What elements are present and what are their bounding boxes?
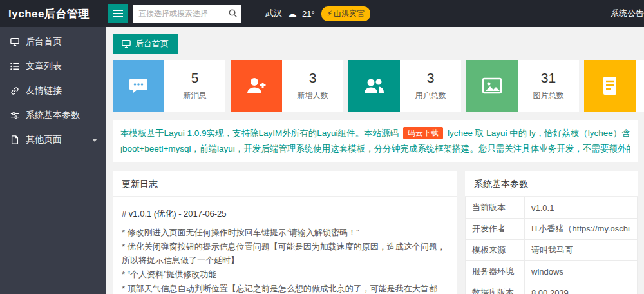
changelog-entry: * “个人资料”提供修改功能: [122, 268, 448, 281]
image-icon: [466, 60, 518, 112]
chat-bubble-icon: [113, 60, 164, 112]
search-icon[interactable]: [228, 8, 238, 21]
changelog-entry: * 修改刚进入页面无任何操作时按回车键提示“请输入解锁密码！”: [122, 226, 448, 239]
tab-label: 后台首页: [135, 38, 169, 50]
weather-city: 武汉: [265, 8, 282, 19]
param-value: 8.00.2039: [525, 282, 638, 294]
changelog-title: 更新日志: [113, 171, 457, 197]
weather-alert-badge[interactable]: ⚡ 山洪灾害: [321, 6, 370, 21]
param-key: 当前版本: [466, 197, 525, 219]
panels-row: 更新日志 # v1.0.1 (优化) - 2017-06-25 * 修改刚进入页…: [113, 171, 638, 294]
param-key: 数据库版本: [466, 282, 525, 294]
param-value: v1.0.1: [525, 197, 638, 219]
weather-widget: 武汉 ☁ 21°: [265, 8, 315, 19]
param-key: 模板来源: [466, 240, 525, 261]
search-input[interactable]: [133, 5, 241, 23]
stat-value: 5: [191, 70, 199, 86]
notice-line-1: 本模板基于Layui 1.0.9实现，支持除LayIM外所有的Layui组件。本…: [120, 126, 630, 141]
header: lychee后台管理 武汉 ☁ 21° ⚡ 山洪灾害 系统公告: [0, 0, 644, 27]
tab-home[interactable]: 后台首页: [113, 34, 178, 54]
sidebar-item-other-pages[interactable]: 其他页面: [0, 128, 106, 152]
stat-label: 新消息: [184, 90, 207, 101]
param-value: 请叫我马哥: [525, 240, 638, 261]
changelog-entry: * 顶部天气信息自动判断位置【忘记之前是怎么想的做成北京的了，可能是我在大首都吧…: [122, 282, 448, 294]
stat-label: 图片总数: [533, 90, 564, 101]
sidebar-item-articles[interactable]: 文章列表: [0, 54, 106, 79]
cloud-icon: ☁: [287, 9, 297, 19]
stat-card-messages: 5 新消息: [113, 60, 225, 112]
stat-card-total-users: 3 用户总数: [348, 60, 461, 112]
changelog-entry: # v1.0.1 (优化) - 2017-06-25: [122, 207, 448, 220]
stat-label: 新增人数: [298, 90, 328, 101]
app-title: lychee后台管理: [0, 6, 106, 21]
sidebar-item-system-params[interactable]: 系统基本参数: [0, 103, 106, 128]
sidebar: 后台首页 文章列表 友情链接 系统基本参数 其他页面: [0, 27, 106, 294]
changelog-panel: 更新日志 # v1.0.1 (优化) - 2017-06-25 * 修改刚进入页…: [113, 171, 457, 294]
speaker-icon: [607, 10, 607, 18]
monitor-icon: [10, 37, 19, 46]
stat-cards-row: 5 新消息 3 新增人数 3 用户总数: [113, 60, 644, 112]
main-content: 后台首页 5 新消息 3 新增人数: [106, 27, 644, 294]
sliders-icon: [10, 111, 19, 120]
table-row: 开发作者 IT小香猪（https://my.oschi: [466, 219, 638, 240]
table-row: 模板来源 请叫我马哥: [466, 240, 638, 261]
menu-toggle-button[interactable]: [108, 4, 128, 23]
document-icon: [584, 60, 636, 112]
stat-card-todos: 待办事项: [584, 60, 644, 112]
stat-label: 用户总数: [415, 90, 446, 101]
table-row: 当前版本 v1.0.1: [466, 197, 638, 219]
gitee-download-badge[interactable]: 码云下载: [403, 127, 443, 139]
notice-line-2: jboot+beetl+mysql，前端layui，开发后端管理系统使用这套模板…: [120, 141, 630, 157]
sidebar-item-label: 其他页面: [26, 134, 62, 146]
file-icon: [10, 135, 19, 144]
search-box: [133, 5, 241, 23]
param-key: 服务器环境: [466, 261, 525, 282]
param-value: windows: [525, 261, 638, 282]
sidebar-item-label: 后台首页: [26, 36, 62, 48]
tab-bar: 后台首页: [106, 27, 644, 54]
monitor-icon: [122, 39, 131, 48]
notice-bar: 本模板基于Layui 1.0.9实现，支持除LayIM外所有的Layui组件。本…: [113, 120, 638, 162]
announcement-button[interactable]: 系统公告: [607, 8, 644, 19]
system-params-table: 当前版本 v1.0.1 开发作者 IT小香猪（https://my.oschi …: [465, 197, 638, 294]
changelog-body: # v1.0.1 (优化) - 2017-06-25 * 修改刚进入页面无任何操…: [113, 197, 457, 294]
table-row: 数据库版本 8.00.2039: [466, 282, 638, 294]
weather-alert-label: 山洪灾害: [334, 8, 365, 19]
sidebar-item-label: 友情链接: [26, 85, 62, 97]
sidebar-item-links[interactable]: 友情链接: [0, 79, 106, 103]
changelog-entry: * 优化关闭弹窗按钮的提示信息位置问题【可能是因为加载速度的原因，造成这个问题，…: [122, 240, 448, 267]
bolt-icon: ⚡: [327, 9, 332, 18]
table-row: 服务器环境 windows: [466, 261, 638, 282]
stat-value: 31: [541, 70, 556, 86]
stat-value: 3: [309, 70, 317, 86]
users-icon: [348, 60, 400, 112]
sidebar-item-label: 文章列表: [26, 61, 62, 72]
system-params-title: 系统基本参数: [465, 171, 638, 197]
link-icon: [10, 86, 19, 95]
stat-card-new-users: 3 新增人数: [231, 60, 343, 112]
sidebar-item-home[interactable]: 后台首页: [0, 30, 106, 54]
list-icon: [10, 62, 19, 71]
sidebar-item-label: 系统基本参数: [26, 110, 80, 121]
system-params-panel: 系统基本参数 当前版本 v1.0.1 开发作者 IT小香猪（https://my…: [465, 171, 638, 294]
param-value: IT小香猪（https://my.oschi: [525, 219, 638, 240]
stat-card-total-images: 31 图片总数: [466, 60, 579, 112]
chevron-down-icon: [92, 139, 97, 142]
weather-temperature: 21°: [302, 9, 315, 19]
user-add-icon: [231, 60, 282, 112]
param-key: 开发作者: [466, 219, 525, 240]
stat-value: 3: [427, 70, 435, 86]
announcement-label: 系统公告: [611, 8, 644, 19]
